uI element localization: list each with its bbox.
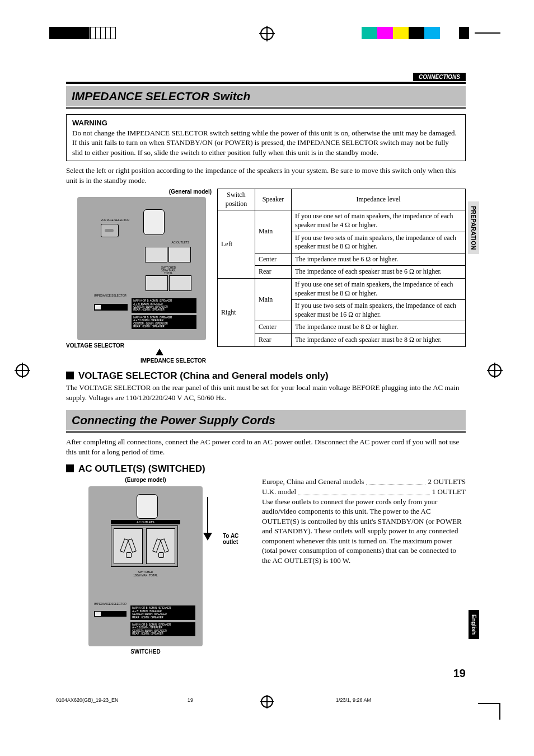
side-tab-language: English	[469, 610, 479, 639]
impedance-table: Switch position Speaker Impedance level …	[217, 189, 466, 364]
print-registration-top	[0, 27, 534, 44]
side-tab-preparation: PREPARATION	[468, 201, 479, 254]
warning-text: If this unit fails to turn on when STAND…	[72, 138, 460, 157]
page-number: 19	[453, 667, 466, 680]
warning-heading: WARNING	[72, 118, 460, 128]
crosshair-icon	[260, 27, 274, 40]
section-title-power-cords: Connecting the Power Supply Cords	[66, 410, 466, 430]
voltage-selector-text: The VOLTAGE SELECTOR on the rear panel o…	[66, 383, 466, 402]
to-ac-label: To AC outlet	[223, 533, 245, 545]
arrow-up-icon	[156, 349, 163, 355]
figure-rear-panel-europe: (Europe model) AC OUTLETS SWITCHED 100W …	[66, 477, 245, 655]
warning-box: WARNING Do not change the IMPEDANCE SELE…	[66, 114, 466, 161]
crosshair-icon	[488, 364, 502, 377]
sub-heading-voltage-selector: VOLTAGE SELECTOR (China and General mode…	[66, 370, 466, 382]
arrow-down-icon	[203, 533, 212, 541]
switched-label: SWITCHED	[88, 649, 203, 655]
running-head: CONNECTIONS	[413, 73, 466, 81]
crosshair-icon	[16, 364, 29, 377]
warning-text: Do not change the IMPEDANCE SELECTOR swi…	[72, 128, 460, 138]
intro-text: Select the left or right position accord…	[66, 166, 466, 185]
power-cords-intro: After completing all connections, connec…	[66, 437, 466, 457]
figure-rear-panel-general: (General model) VOLTAGE SELECTOR AC OUTL…	[66, 189, 212, 364]
crosshair-icon	[261, 696, 273, 708]
sub-heading-ac-outlets: AC OUTLET(S) (SWITCHED)	[66, 463, 466, 475]
section-title-impedance: IMPEDANCE SELECTOR Switch	[66, 86, 466, 106]
ac-outlets-text: Europe, China and General models 2 OUTLE…	[262, 477, 466, 655]
